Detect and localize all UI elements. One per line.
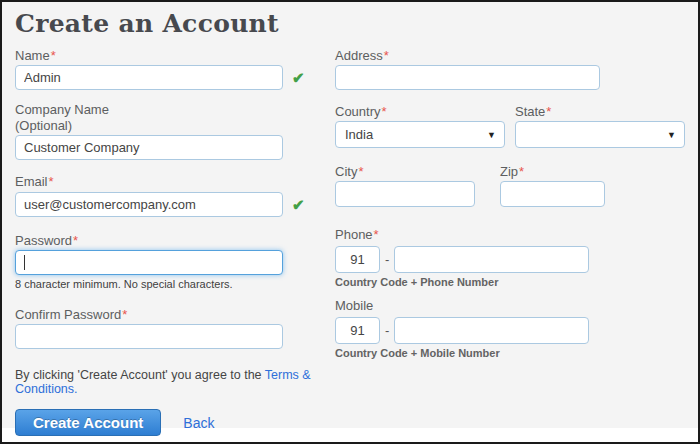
required-asterisk: * xyxy=(382,104,387,119)
state-select[interactable]: ▼ xyxy=(515,121,685,148)
email-field-group: Email* ✔ xyxy=(15,174,320,217)
mobile-separator: - xyxy=(385,323,389,338)
create-account-button[interactable]: Create Account xyxy=(15,409,161,436)
confirm-password-label: Confirm Password* xyxy=(15,307,320,323)
country-select[interactable]: India ▼ xyxy=(335,121,505,148)
country-state-row: Country* India ▼ State* ▼ xyxy=(335,104,686,148)
chevron-down-icon: ▼ xyxy=(487,130,496,140)
required-asterisk: * xyxy=(73,233,78,248)
password-field-group: Password* 8 character minimum. No specia… xyxy=(15,233,320,290)
phone-label: Phone* xyxy=(335,227,686,243)
city-field-group: City* xyxy=(335,164,475,207)
password-hint: 8 character minimum. No special characte… xyxy=(15,278,320,290)
address-field-group: Address* xyxy=(335,48,686,90)
form-right-column: Address* Country* India ▼ State* ▼ xyxy=(335,42,686,359)
phone-field-group: Phone* - Country Code + Phone Number xyxy=(335,227,686,288)
mobile-field-group: Mobile - Country Code + Mobile Number xyxy=(335,298,686,359)
company-optional-label: (Optional) xyxy=(15,118,320,134)
name-field-group: Name* ✔ xyxy=(15,48,320,90)
required-asterisk: * xyxy=(49,174,54,189)
phone-separator: - xyxy=(385,252,389,267)
zip-label: Zip* xyxy=(500,164,605,180)
form-area: Create an Account Name* ✔ Company Name(O… xyxy=(2,2,698,428)
company-field-group: Company Name(Optional) xyxy=(15,102,320,160)
name-input[interactable] xyxy=(15,65,283,90)
form-left-column: Name* ✔ Company Name(Optional) Email* ✔ … xyxy=(15,42,320,436)
zip-field-group: Zip* xyxy=(500,164,605,207)
zip-input[interactable] xyxy=(500,181,605,207)
page-title: Create an Account xyxy=(15,9,279,38)
city-label: City* xyxy=(335,164,475,180)
valid-check-icon: ✔ xyxy=(292,197,305,212)
required-asterisk: * xyxy=(122,307,127,322)
state-label: State* xyxy=(515,104,685,120)
text-cursor xyxy=(24,255,25,270)
mobile-label: Mobile xyxy=(335,298,686,314)
required-asterisk: * xyxy=(519,164,524,179)
required-asterisk: * xyxy=(358,164,363,179)
country-field-group: Country* India ▼ xyxy=(335,104,505,148)
confirm-password-field-group: Confirm Password* xyxy=(15,307,320,349)
mobile-number-input[interactable] xyxy=(394,317,589,344)
create-account-window: Create an Account Name* ✔ Company Name(O… xyxy=(0,0,700,444)
city-zip-row: City* Zip* xyxy=(335,164,686,207)
email-label: Email* xyxy=(15,174,320,190)
phone-hint: Country Code + Phone Number xyxy=(335,276,686,288)
state-field-group: State* ▼ xyxy=(515,104,685,148)
company-label: Company Name(Optional) xyxy=(15,102,320,134)
mobile-hint: Country Code + Mobile Number xyxy=(335,347,686,359)
company-input[interactable] xyxy=(15,135,283,160)
address-label: Address* xyxy=(335,48,686,64)
required-asterisk: * xyxy=(51,48,56,63)
country-label: Country* xyxy=(335,104,505,120)
required-asterisk: * xyxy=(546,104,551,119)
form-actions: Create Account Back xyxy=(15,409,320,436)
password-label: Password* xyxy=(15,233,320,249)
city-input[interactable] xyxy=(335,181,475,207)
agreement-text: By clicking 'Create Account' you agree t… xyxy=(15,368,320,396)
required-asterisk: * xyxy=(384,48,389,63)
email-input[interactable] xyxy=(15,192,283,217)
mobile-country-code-input[interactable] xyxy=(335,317,380,344)
name-label: Name* xyxy=(15,48,320,64)
phone-number-input[interactable] xyxy=(394,246,589,273)
phone-country-code-input[interactable] xyxy=(335,246,380,273)
confirm-password-input[interactable] xyxy=(15,324,283,349)
password-input[interactable] xyxy=(15,250,283,275)
back-link[interactable]: Back xyxy=(183,415,214,431)
address-input[interactable] xyxy=(335,65,600,90)
valid-check-icon: ✔ xyxy=(292,70,305,85)
required-asterisk: * xyxy=(374,227,379,242)
chevron-down-icon: ▼ xyxy=(667,130,676,140)
